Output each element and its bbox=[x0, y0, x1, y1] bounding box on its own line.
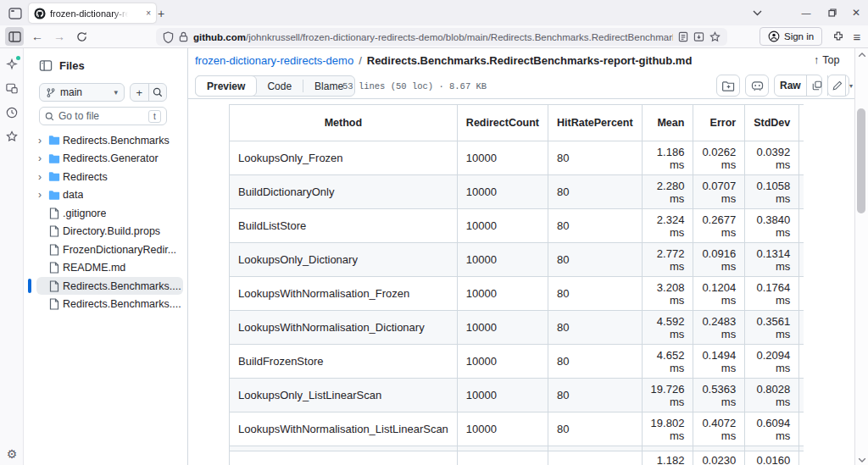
file-tree-item[interactable]: ›data bbox=[25, 186, 186, 205]
file-tree-label: FrozenDictionaryRedir... bbox=[63, 244, 176, 256]
table-cell: LookupsWithNormalisation_Dictionary bbox=[230, 311, 458, 345]
file-tree-item[interactable]: Redirects.Benchmarks.... bbox=[25, 277, 186, 296]
puzzle-icon bbox=[832, 30, 844, 42]
header-divider bbox=[188, 98, 854, 99]
history-clock-icon[interactable] bbox=[5, 106, 19, 119]
sign-in-label: Sign in bbox=[784, 31, 814, 42]
menu-button[interactable]: ≡ bbox=[848, 27, 866, 46]
tracking-shield-icon[interactable] bbox=[163, 31, 174, 43]
table-cell: 19.726ms bbox=[642, 379, 693, 412]
folder-icon bbox=[48, 153, 60, 164]
forward-button[interactable]: → bbox=[50, 27, 69, 46]
keyboard-hint: t bbox=[148, 110, 161, 123]
expand-chevron-icon[interactable]: › bbox=[34, 135, 46, 147]
lock-icon[interactable] bbox=[179, 31, 188, 42]
go-to-file-input[interactable]: Go to file t bbox=[39, 107, 167, 125]
tab-preview[interactable]: Preview bbox=[195, 75, 257, 97]
copilot-button[interactable] bbox=[745, 75, 769, 97]
table-cell: 0.3840ms bbox=[745, 209, 799, 243]
markdown-table-container[interactable]: MethodRedirectCountHitRatePercentMeanErr… bbox=[229, 104, 804, 465]
table-cell: 0.0160 bbox=[745, 451, 799, 465]
table-cell: 1.183ms bbox=[799, 141, 804, 175]
settings-gear-icon[interactable]: ⚙ bbox=[5, 447, 19, 461]
sidebar-toggle-button[interactable] bbox=[5, 27, 24, 46]
table-cell: 10000 bbox=[457, 209, 548, 243]
table-cell: 19.802ms bbox=[642, 412, 693, 446]
copy-raw-button[interactable] bbox=[806, 75, 827, 96]
tab-close-icon[interactable]: × bbox=[146, 8, 151, 18]
file-tree-item[interactable]: README.md bbox=[25, 259, 186, 278]
breadcrumb-file-name: Redirects.Benchmarks.RedirectBenchmarks-… bbox=[367, 54, 693, 67]
folder-plus-icon bbox=[722, 80, 735, 91]
table-cell: 0.5363ms bbox=[693, 379, 745, 412]
synced-tabs-icon[interactable] bbox=[5, 81, 19, 95]
file-view-tabs: Preview Code Blame bbox=[195, 75, 355, 97]
table-cell: 80 bbox=[548, 412, 642, 446]
file-tree-label: Redirects.Generator bbox=[63, 152, 159, 164]
reload-icon bbox=[76, 31, 87, 42]
tab-code[interactable]: Code bbox=[256, 76, 303, 96]
expand-chevron-icon[interactable]: › bbox=[34, 171, 46, 183]
file-tree-item[interactable]: FrozenDictionaryRedir... bbox=[25, 241, 186, 259]
search-button[interactable] bbox=[148, 84, 167, 101]
file-icon bbox=[49, 225, 59, 237]
reader-view-icon[interactable] bbox=[678, 31, 688, 42]
table-cell bbox=[548, 451, 642, 465]
column-header: Mean bbox=[642, 105, 693, 141]
browser-window: frozen-dictionary-redirects-dem × + — ✕ … bbox=[0, 0, 868, 465]
table-cell: 80 bbox=[548, 243, 642, 277]
bookmarks-star-icon[interactable] bbox=[5, 130, 19, 143]
files-label: Files bbox=[59, 59, 85, 72]
table-cell: 0.3561ms bbox=[745, 311, 799, 345]
table-cell: 2.772ms bbox=[642, 243, 693, 277]
extensions-button[interactable] bbox=[829, 27, 848, 46]
table-cell: 0.1494ms bbox=[693, 345, 745, 379]
file-icon bbox=[49, 244, 59, 256]
sidebar-icon bbox=[8, 31, 21, 42]
breadcrumb: frozen-dictionary-redirects-demo / Redir… bbox=[195, 54, 692, 67]
table-cell: 0.1204ms bbox=[693, 277, 745, 311]
browser-tab[interactable]: frozen-dictionary-redirects-dem × bbox=[29, 3, 156, 23]
panel-icon[interactable] bbox=[39, 59, 53, 72]
add-file-to-repo-button[interactable] bbox=[716, 75, 740, 97]
scroll-up-arrow[interactable] bbox=[858, 50, 866, 58]
add-file-button[interactable]: + bbox=[131, 84, 148, 101]
file-tree-item[interactable]: ›Redirects.Generator bbox=[25, 150, 186, 169]
new-tab-button[interactable]: + bbox=[153, 5, 170, 22]
file-tree-item[interactable]: .gitignore bbox=[25, 204, 186, 223]
back-to-top-link[interactable]: ↑ Top bbox=[814, 54, 839, 66]
bookmark-star-icon[interactable] bbox=[709, 31, 721, 42]
account-icon bbox=[768, 30, 780, 42]
window-restore-button[interactable] bbox=[824, 0, 841, 25]
reload-button[interactable] bbox=[72, 27, 91, 46]
url-bar[interactable]: github.com/johnkrussell/frozen-dictionar… bbox=[156, 28, 727, 46]
expand-chevron-icon[interactable]: › bbox=[34, 189, 46, 201]
scroll-down-arrow[interactable] bbox=[858, 456, 866, 464]
scrollbar-thumb[interactable] bbox=[857, 108, 865, 213]
up-arrow-icon: ↑ bbox=[814, 54, 819, 66]
list-tabs-chevron-icon[interactable] bbox=[749, 0, 765, 25]
sign-in-button[interactable]: Sign in bbox=[760, 27, 822, 46]
file-tree-label: Directory.Build.props bbox=[63, 225, 160, 237]
expand-chevron-icon[interactable]: › bbox=[34, 152, 46, 164]
table-cell: BuildFrozenStore bbox=[230, 345, 458, 379]
raw-button[interactable]: Raw bbox=[775, 75, 806, 96]
save-page-icon[interactable] bbox=[693, 31, 704, 42]
file-tree-label: Redirects.Benchmarks.... bbox=[63, 298, 181, 310]
breadcrumb-repo-link[interactable]: frozen-dictionary-redirects-demo bbox=[195, 54, 353, 67]
breadcrumb-separator: / bbox=[359, 54, 362, 67]
branch-selector[interactable]: main ▾ bbox=[39, 83, 125, 102]
file-tree-item[interactable]: Directory.Build.props bbox=[25, 223, 186, 241]
edit-file-button[interactable] bbox=[828, 75, 845, 96]
window-close-button[interactable]: ✕ bbox=[848, 0, 865, 25]
window-minimize-button[interactable]: — bbox=[798, 0, 815, 25]
file-tree-item[interactable]: Redirects.Benchmarks.... bbox=[25, 296, 186, 314]
file-tree-item[interactable]: ›Redirects.Benchmarks bbox=[25, 131, 186, 150]
back-button[interactable]: ← bbox=[28, 27, 47, 46]
table-cell: 4.468ms bbox=[799, 311, 804, 345]
ai-chat-icon[interactable] bbox=[5, 58, 19, 71]
table-cell: 80 bbox=[548, 277, 642, 311]
file-tree-item[interactable]: ›Redirects bbox=[25, 168, 186, 186]
firefox-view-button[interactable] bbox=[5, 4, 25, 22]
table-cell: 10000 bbox=[457, 243, 548, 277]
